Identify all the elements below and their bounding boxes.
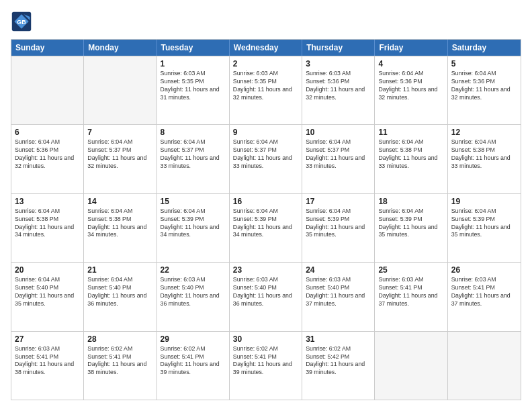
cal-week-5: 27Sunrise: 6:03 AM Sunset: 5:41 PM Dayli… [11,331,521,400]
cell-info: Sunrise: 6:04 AM Sunset: 5:36 PM Dayligh… [451,70,517,102]
cell-info: Sunrise: 6:04 AM Sunset: 5:37 PM Dayligh… [87,138,152,171]
cell-info: Sunrise: 6:04 AM Sunset: 5:37 PM Dayligh… [233,138,298,171]
cell-info: Sunrise: 6:03 AM Sunset: 5:35 PM Dayligh… [233,70,298,102]
day-number: 10 [306,128,371,137]
cal-header-friday: Friday [375,40,447,56]
day-number: 31 [306,334,371,344]
cal-cell: 30Sunrise: 6:02 AM Sunset: 5:41 PM Dayli… [230,332,302,400]
day-number: 25 [378,265,443,275]
page-header: GB [11,11,521,32]
calendar-header-row: SundayMondayTuesdayWednesdayThursdayFrid… [11,40,521,56]
cal-cell: 20Sunrise: 6:04 AM Sunset: 5:40 PM Dayli… [11,263,84,330]
cal-cell: 2Sunrise: 6:03 AM Sunset: 5:35 PM Daylig… [230,56,302,124]
cell-info: Sunrise: 6:04 AM Sunset: 5:37 PM Dayligh… [161,138,226,171]
cell-info: Sunrise: 6:04 AM Sunset: 5:39 PM Dayligh… [161,208,226,240]
day-number: 12 [451,128,517,137]
cal-header-monday: Monday [84,40,157,56]
cell-info: Sunrise: 6:04 AM Sunset: 5:39 PM Dayligh… [306,208,371,240]
day-number: 15 [161,197,226,206]
cell-info: Sunrise: 6:04 AM Sunset: 5:40 PM Dayligh… [15,276,80,308]
cal-cell: 21Sunrise: 6:04 AM Sunset: 5:40 PM Dayli… [84,263,157,330]
cal-cell: 31Sunrise: 6:02 AM Sunset: 5:42 PM Dayli… [302,332,375,400]
cal-week-2: 6Sunrise: 6:04 AM Sunset: 5:36 PM Daylig… [11,124,521,193]
cal-cell: 8Sunrise: 6:04 AM Sunset: 5:37 PM Daylig… [157,125,230,193]
cell-info: Sunrise: 6:02 AM Sunset: 5:41 PM Dayligh… [233,345,298,377]
cal-header-saturday: Saturday [448,40,521,56]
cell-info: Sunrise: 6:03 AM Sunset: 5:41 PM Dayligh… [15,345,80,377]
cal-cell [84,56,157,124]
day-number: 26 [451,265,517,275]
cell-info: Sunrise: 6:03 AM Sunset: 5:40 PM Dayligh… [161,276,226,308]
day-number: 28 [87,334,152,344]
cal-cell: 14Sunrise: 6:04 AM Sunset: 5:38 PM Dayli… [84,194,157,262]
cal-cell: 17Sunrise: 6:04 AM Sunset: 5:39 PM Dayli… [302,194,375,262]
calendar: SundayMondayTuesdayWednesdayThursdayFrid… [11,39,521,400]
logo-icon: GB [11,11,32,32]
cal-week-4: 20Sunrise: 6:04 AM Sunset: 5:40 PM Dayli… [11,262,521,330]
day-number: 14 [87,197,152,206]
cal-cell: 25Sunrise: 6:03 AM Sunset: 5:41 PM Dayli… [375,263,447,330]
day-number: 21 [87,265,152,275]
day-number: 18 [378,197,443,206]
cell-info: Sunrise: 6:04 AM Sunset: 5:36 PM Dayligh… [15,138,80,171]
cell-info: Sunrise: 6:03 AM Sunset: 5:40 PM Dayligh… [233,276,298,308]
day-number: 5 [451,59,517,68]
day-number: 3 [306,59,371,68]
day-number: 17 [306,197,371,206]
cell-info: Sunrise: 6:04 AM Sunset: 5:36 PM Dayligh… [378,70,443,102]
cell-info: Sunrise: 6:03 AM Sunset: 5:41 PM Dayligh… [451,276,517,308]
cal-cell: 28Sunrise: 6:02 AM Sunset: 5:41 PM Dayli… [84,332,157,400]
cell-info: Sunrise: 6:02 AM Sunset: 5:41 PM Dayligh… [161,345,226,377]
cal-cell: 3Sunrise: 6:03 AM Sunset: 5:36 PM Daylig… [302,56,375,124]
cal-cell: 1Sunrise: 6:03 AM Sunset: 5:35 PM Daylig… [157,56,230,124]
cell-info: Sunrise: 6:02 AM Sunset: 5:41 PM Dayligh… [87,345,152,377]
cell-info: Sunrise: 6:04 AM Sunset: 5:37 PM Dayligh… [306,138,371,171]
cell-info: Sunrise: 6:02 AM Sunset: 5:42 PM Dayligh… [306,345,371,377]
day-number: 27 [15,334,80,344]
day-number: 19 [451,197,517,206]
cal-week-3: 13Sunrise: 6:04 AM Sunset: 5:38 PM Dayli… [11,193,521,262]
cal-cell [375,332,447,400]
cell-info: Sunrise: 6:03 AM Sunset: 5:41 PM Dayligh… [378,276,443,308]
calendar-body: 1Sunrise: 6:03 AM Sunset: 5:35 PM Daylig… [11,56,521,400]
day-number: 16 [233,197,298,206]
cal-cell: 12Sunrise: 6:04 AM Sunset: 5:38 PM Dayli… [448,125,521,193]
day-number: 29 [161,334,226,344]
cell-info: Sunrise: 6:04 AM Sunset: 5:38 PM Dayligh… [451,138,517,171]
cal-cell: 11Sunrise: 6:04 AM Sunset: 5:38 PM Dayli… [375,125,447,193]
day-number: 20 [15,265,80,275]
cal-header-sunday: Sunday [11,40,84,56]
cal-cell [11,56,84,124]
cal-header-tuesday: Tuesday [157,40,230,56]
cal-cell: 15Sunrise: 6:04 AM Sunset: 5:39 PM Dayli… [157,194,230,262]
day-number: 23 [233,265,298,275]
cell-info: Sunrise: 6:04 AM Sunset: 5:38 PM Dayligh… [15,208,80,240]
cal-cell: 4Sunrise: 6:04 AM Sunset: 5:36 PM Daylig… [375,56,447,124]
cal-cell: 16Sunrise: 6:04 AM Sunset: 5:39 PM Dayli… [230,194,302,262]
cal-cell: 13Sunrise: 6:04 AM Sunset: 5:38 PM Dayli… [11,194,84,262]
cell-info: Sunrise: 6:04 AM Sunset: 5:38 PM Dayligh… [87,208,152,240]
cal-cell [448,332,521,400]
cell-info: Sunrise: 6:03 AM Sunset: 5:36 PM Dayligh… [306,70,371,102]
logo: GB [11,11,35,32]
cal-cell: 29Sunrise: 6:02 AM Sunset: 5:41 PM Dayli… [157,332,230,400]
cal-cell: 22Sunrise: 6:03 AM Sunset: 5:40 PM Dayli… [157,263,230,330]
day-number: 6 [15,128,80,137]
day-number: 2 [233,59,298,68]
cal-cell: 7Sunrise: 6:04 AM Sunset: 5:37 PM Daylig… [84,125,157,193]
cell-info: Sunrise: 6:04 AM Sunset: 5:40 PM Dayligh… [87,276,152,308]
cal-cell: 18Sunrise: 6:04 AM Sunset: 5:39 PM Dayli… [375,194,447,262]
cal-week-1: 1Sunrise: 6:03 AM Sunset: 5:35 PM Daylig… [11,56,521,124]
day-number: 4 [378,59,443,68]
cell-info: Sunrise: 6:04 AM Sunset: 5:39 PM Dayligh… [233,208,298,240]
cal-cell: 10Sunrise: 6:04 AM Sunset: 5:37 PM Dayli… [302,125,375,193]
cal-cell: 19Sunrise: 6:04 AM Sunset: 5:39 PM Dayli… [448,194,521,262]
day-number: 30 [233,334,298,344]
cal-cell: 24Sunrise: 6:03 AM Sunset: 5:40 PM Dayli… [302,263,375,330]
cell-info: Sunrise: 6:04 AM Sunset: 5:38 PM Dayligh… [378,138,443,171]
cal-cell: 5Sunrise: 6:04 AM Sunset: 5:36 PM Daylig… [448,56,521,124]
cal-cell: 26Sunrise: 6:03 AM Sunset: 5:41 PM Dayli… [448,263,521,330]
day-number: 8 [161,128,226,137]
cal-header-wednesday: Wednesday [230,40,302,56]
day-number: 11 [378,128,443,137]
